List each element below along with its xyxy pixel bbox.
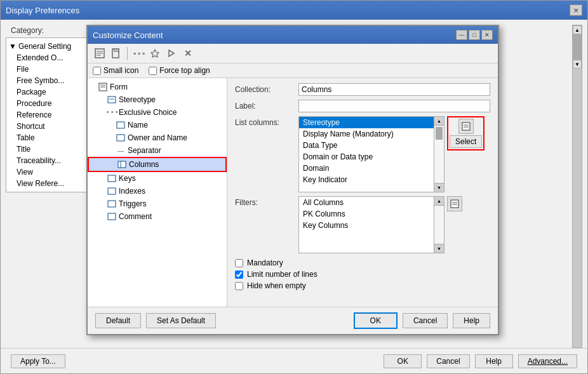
toolbar-icon-arrow[interactable] [164, 46, 178, 60]
limit-lines-row: Limit number of lines [235, 270, 490, 279]
tree-item-label: Owner and Name [128, 133, 187, 142]
tree-item-label: Name [128, 121, 148, 130]
hide-empty-checkbox[interactable] [235, 282, 243, 290]
tree-item-indexes[interactable]: Indexes [88, 185, 227, 197]
dialog-body: Form Stereotype ⚬⚬⚬ Exclusive Choice [88, 78, 498, 307]
dialog-bottom: Default Set As Default OK Cancel Help [88, 307, 498, 334]
separator-icon: — [116, 145, 126, 156]
svg-rect-17 [108, 175, 116, 182]
tree-item-triggers[interactable]: Triggers [88, 197, 227, 210]
filter-item-all-columns[interactable]: All Columns [299, 197, 434, 208]
tree-item-owner-name[interactable]: Owner and Name [88, 131, 227, 144]
bottom-checkboxes: Mandatory Limit number of lines Hide whe… [235, 258, 490, 290]
select-button[interactable]: Select [450, 135, 482, 148]
list-scroll-down[interactable]: ▼ [434, 183, 444, 192]
default-button[interactable]: Default [95, 313, 141, 328]
dialog-minimize-button[interactable]: — [456, 30, 467, 40]
filters-scroll-track [434, 206, 444, 244]
indexes-icon [107, 186, 117, 196]
svg-rect-20 [108, 213, 116, 220]
small-icon-checkbox[interactable] [93, 67, 101, 75]
keys-icon [107, 173, 117, 184]
collection-input[interactable] [298, 83, 490, 96]
collection-row: Collection: [235, 83, 490, 96]
dialog-ok-button[interactable]: OK [354, 312, 398, 329]
filters-wrapper: All Columns PK Columns Key Columns ▲ ▼ [298, 196, 462, 253]
dialog-cancel-button[interactable]: Cancel [403, 313, 448, 328]
mandatory-checkbox[interactable] [235, 259, 243, 267]
hide-empty-label: Hide when empty [247, 281, 306, 290]
label-input[interactable] [298, 100, 490, 112]
filters-scroll-up[interactable]: ▲ [434, 197, 444, 206]
dialog-title-bar: Customize Content — □ ✕ [88, 26, 498, 44]
force-top-align-checkbox[interactable] [149, 67, 157, 75]
filter-item-key-columns[interactable]: Key Columns [299, 220, 434, 231]
form-panel: Collection: Label: List co [227, 78, 498, 307]
tree-item-stereotype[interactable]: Stereotype [88, 93, 227, 106]
filters-scrollbar[interactable]: ▲ ▼ [434, 197, 444, 253]
svg-rect-24 [451, 200, 458, 208]
collection-label: Collection: [235, 83, 298, 94]
toolbar-icon-1[interactable] [93, 46, 107, 60]
force-top-align-checkbox-item: Force top align [149, 66, 210, 75]
list-item-key-indicator[interactable]: Key Indicator [299, 174, 434, 185]
tree-item-label: Comment [119, 212, 152, 221]
list-item-display-name[interactable]: Display Name (Mandatory) [299, 128, 434, 140]
list-item-data-type[interactable]: Data Type [299, 140, 434, 151]
tree-item-form[interactable]: Form [88, 81, 227, 93]
filters-side-controls [447, 196, 462, 211]
label-label: Label: [235, 100, 298, 110]
toolbar-icon-settings[interactable] [148, 46, 162, 60]
list-item-stereotype[interactable]: Stereotype [299, 117, 434, 128]
dialog-maximize-button[interactable]: □ [469, 30, 480, 40]
columns-icon [117, 159, 127, 170]
toolbar-icon-delete[interactable]: ✕ [181, 46, 195, 60]
list-scroll-up[interactable]: ▲ [434, 117, 444, 126]
tree-item-name[interactable]: Name [88, 119, 227, 131]
list-item-domain-or-data-type[interactable]: Domain or Data type [299, 151, 434, 163]
filters-container: All Columns PK Columns Key Columns ▲ ▼ [298, 196, 444, 253]
tree-item-separator[interactable]: — Separator [88, 144, 227, 157]
svg-marker-7 [169, 50, 174, 57]
tree-panel: Form Stereotype ⚬⚬⚬ Exclusive Choice [88, 78, 227, 307]
dialog-title-controls: — □ ✕ [456, 30, 493, 40]
list-item-domain[interactable]: Domain [299, 163, 434, 174]
tree-item-keys[interactable]: Keys [88, 172, 227, 185]
tree-item-comment[interactable]: Comment [88, 210, 227, 223]
filters-label: Filters: [235, 196, 298, 207]
toolbar-icon-2[interactable] [109, 46, 123, 60]
tree-item-label: Form [110, 83, 128, 91]
dialog-help-button[interactable]: Help [453, 313, 490, 328]
svg-rect-11 [108, 97, 116, 103]
set-as-default-button[interactable]: Set As Default [146, 313, 216, 328]
list-columns-label: List columns: [235, 116, 298, 127]
dialog-close-button[interactable]: ✕ [481, 30, 493, 40]
svg-rect-15 [118, 161, 126, 168]
limit-lines-checkbox[interactable] [235, 270, 243, 279]
toolbar-separator-1 [127, 47, 128, 60]
filters-edit-icon[interactable] [447, 196, 462, 211]
toolbar-icon-dots[interactable]: ⚬⚬⚬ [131, 46, 145, 60]
tree-item-columns[interactable]: Columns [88, 157, 227, 172]
label-control [298, 100, 490, 112]
tree-item-label: Exclusive Choice [119, 108, 177, 117]
label-row: Label: [235, 100, 490, 112]
tree-item-label: Indexes [119, 187, 145, 196]
svg-rect-14 [117, 135, 124, 141]
list-columns-scrollbar[interactable]: ▲ ▼ [434, 117, 444, 192]
list-scroll-track [434, 126, 444, 183]
tree-item-label: Stereotype [119, 95, 156, 104]
hide-empty-row: Hide when empty [235, 281, 490, 290]
tree-item-label: Triggers [119, 199, 147, 208]
filters-scroll-down[interactable]: ▼ [434, 244, 444, 253]
filter-item-pk-columns[interactable]: PK Columns [299, 208, 434, 220]
dialog-title: Customize Content [93, 30, 163, 40]
list-scroll-thumb [436, 127, 443, 140]
tree-item-label: Keys [119, 174, 136, 183]
list-columns-edit-icon[interactable] [458, 119, 474, 134]
small-icon-checkbox-item: Small icon [93, 66, 138, 75]
toolbar-checkboxes: Small icon Force top align [88, 63, 498, 78]
exclusive-choice-icon: ⚬⚬⚬ [107, 107, 117, 117]
tree-item-exclusive-choice[interactable]: ⚬⚬⚬ Exclusive Choice [88, 106, 227, 119]
owner-name-icon [116, 133, 126, 143]
